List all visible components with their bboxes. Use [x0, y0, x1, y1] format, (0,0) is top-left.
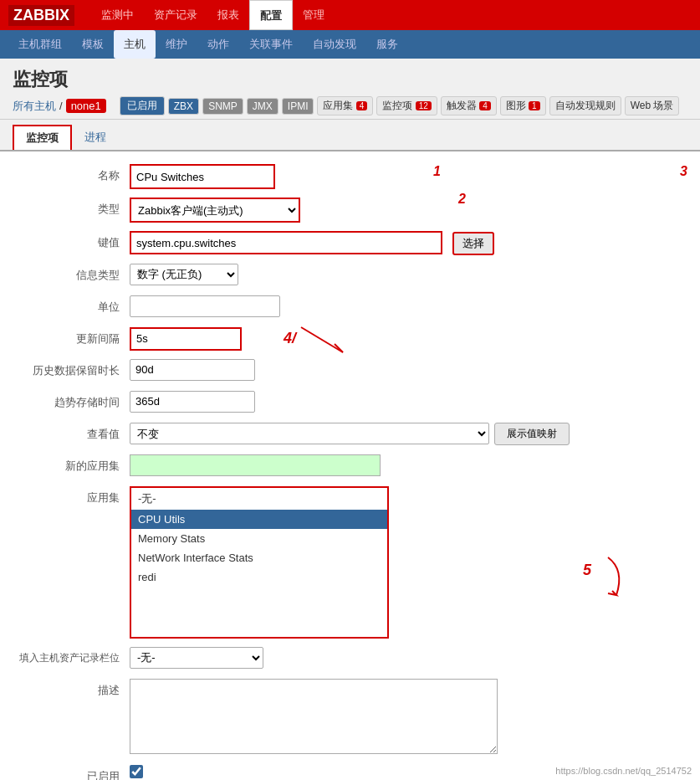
sub-nav-events[interactable]: 关联事件 — [239, 30, 303, 59]
inventory-control: -无- — [130, 647, 687, 669]
new-app-label: 新的应用集 — [13, 454, 130, 474]
appset-item-memory[interactable]: Memory Stats — [131, 529, 387, 548]
sub-nav: 主机群组 模板 主机 维护 动作 关联事件 自动发现 服务 — [0, 30, 700, 59]
logo: ZABBIX — [8, 5, 74, 26]
desc-label: 描述 — [13, 679, 130, 698]
tab-web[interactable]: Web 场景 — [625, 96, 680, 115]
name-row: 名称 1 — [13, 164, 687, 189]
type-control: Zabbix客户端(主动式) 2 3 — [130, 198, 687, 223]
history-input[interactable] — [130, 359, 255, 381]
tab-process[interactable]: 进程 — [72, 125, 119, 150]
unit-control — [130, 295, 687, 317]
lookup-label: 查看值 — [13, 423, 130, 442]
trend-label: 趋势存储时间 — [13, 391, 130, 410]
history-row: 历史数据保留时长 — [13, 359, 687, 382]
tab-enabled[interactable]: 已启用 — [120, 96, 165, 115]
watermark: https://blog.csdn.net/qq_2514752 — [555, 766, 692, 776]
desc-control — [130, 679, 687, 757]
desc-row: 描述 — [13, 679, 687, 757]
new-app-input[interactable] — [130, 454, 381, 476]
enabled-label: 已启用 — [13, 765, 130, 781]
svg-line-0 — [301, 327, 343, 352]
new-app-control — [130, 454, 687, 476]
breadcrumb-all-hosts[interactable]: 所有主机 — [13, 99, 56, 114]
new-app-row: 新的应用集 — [13, 454, 687, 478]
page-title: 监控项 — [0, 59, 700, 96]
top-nav-assets[interactable]: 资产记录 — [144, 0, 207, 30]
appset-item-cpu-utils[interactable]: CPU Utils — [131, 510, 387, 529]
tab-jmx[interactable]: JMX — [247, 98, 278, 115]
infotype-control: 数字 (无正负) — [130, 264, 687, 285]
sub-nav-hosts[interactable]: 主机 — [114, 30, 156, 59]
tab-graphs[interactable]: 图形 1 — [500, 96, 546, 115]
tab-zbx[interactable]: ZBX — [168, 98, 199, 115]
interval-input[interactable] — [131, 329, 240, 349]
key-label: 键值 — [13, 231, 130, 250]
key-control: 选择 — [130, 231, 687, 255]
top-nav-monitor[interactable]: 监测中 — [91, 0, 144, 30]
name-control: 1 — [130, 164, 687, 189]
top-nav-config[interactable]: 配置 — [249, 0, 293, 30]
name-input[interactable] — [131, 166, 273, 187]
desc-textarea[interactable] — [130, 679, 498, 754]
breadcrumb-current: none1 — [66, 99, 106, 113]
lookup-select[interactable]: 不变 — [130, 423, 489, 444]
history-label: 历史数据保留时长 — [13, 359, 130, 378]
tab-monitor-items[interactable]: 监控项 — [13, 125, 72, 150]
sub-nav-actions[interactable]: 动作 — [197, 30, 239, 59]
infotype-select[interactable]: 数字 (无正负) — [130, 264, 238, 285]
appset-row: 应用集 -无- CPU Utils Memory Stats NetWork I… — [13, 486, 687, 639]
tab-triggers[interactable]: 触发器 4 — [441, 96, 497, 115]
tab-items[interactable]: 监控项 12 — [376, 96, 437, 115]
tab-autodiscovery[interactable]: 自动发现规则 — [549, 96, 621, 115]
inventory-label: 填入主机资产记录栏位 — [13, 647, 130, 665]
name-label: 名称 — [13, 164, 130, 183]
type-select[interactable]: Zabbix客户端(主动式) — [131, 199, 299, 221]
top-nav-reports[interactable]: 报表 — [207, 0, 249, 30]
lookup-mapping-button[interactable]: 展示值映射 — [494, 423, 570, 445]
lookup-control: 不变 展示值映射 — [130, 423, 687, 445]
key-input[interactable] — [131, 233, 441, 253]
sub-nav-hostgroups[interactable]: 主机群组 — [8, 30, 72, 59]
history-control — [130, 359, 687, 381]
appset-item-redi[interactable]: redi — [131, 567, 387, 587]
key-select-button[interactable]: 选择 — [452, 232, 494, 255]
sub-nav-maintenance[interactable]: 维护 — [156, 30, 197, 59]
inventory-row: 填入主机资产记录栏位 -无- — [13, 647, 687, 670]
trend-row: 趋势存储时间 — [13, 391, 687, 414]
sub-nav-services[interactable]: 服务 — [366, 30, 408, 59]
sub-nav-discovery[interactable]: 自动发现 — [303, 30, 366, 59]
tab-appset[interactable]: 应用集 4 — [317, 96, 373, 115]
appset-item-none[interactable]: -无- — [131, 488, 387, 510]
appset-control: -无- CPU Utils Memory Stats NetWork Inter… — [130, 486, 687, 639]
enabled-checkbox[interactable] — [130, 765, 143, 778]
breadcrumb-sep: / — [59, 100, 63, 112]
interval-control: 4/ — [130, 327, 687, 351]
sub-nav-templates[interactable]: 模板 — [72, 30, 114, 59]
infotype-row: 信息类型 数字 (无正负) — [13, 264, 687, 287]
appset-item-network[interactable]: NetWork Interface Stats — [131, 548, 387, 567]
trend-input[interactable] — [130, 391, 255, 413]
type-row: 类型 Zabbix客户端(主动式) 2 3 — [13, 198, 687, 223]
inventory-select[interactable]: -无- — [130, 647, 263, 669]
infotype-label: 信息类型 — [13, 264, 130, 283]
top-nav: ZABBIX 监测中 资产记录 报表 配置 管理 — [0, 0, 700, 30]
tab-snmp[interactable]: SNMP — [202, 98, 243, 115]
trend-control — [130, 391, 687, 413]
interval-row: 更新间隔 4/ — [13, 327, 687, 351]
type-label: 类型 — [13, 198, 130, 217]
unit-row: 单位 — [13, 295, 687, 319]
unit-input[interactable] — [130, 295, 280, 317]
unit-label: 单位 — [13, 295, 130, 315]
interval-label: 更新间隔 — [13, 327, 130, 346]
tab-ipmi[interactable]: IPMI — [282, 98, 314, 115]
key-row: 键值 选择 — [13, 231, 687, 255]
top-nav-admin[interactable]: 管理 — [293, 0, 335, 30]
lookup-row: 查看值 不变 展示值映射 — [13, 423, 687, 446]
appset-label: 应用集 — [13, 486, 130, 505]
